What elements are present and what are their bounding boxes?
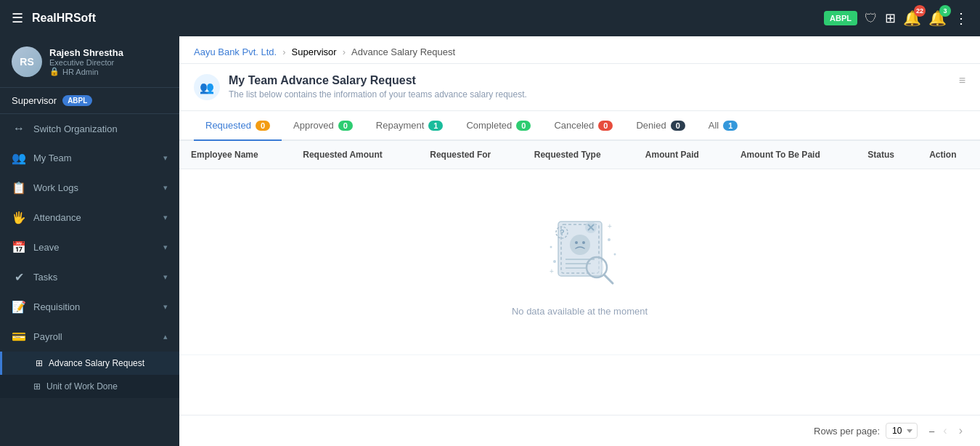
notification-bell[interactable]: 🔔 22 xyxy=(903,9,921,27)
chevron-down-icon: ▾ xyxy=(163,272,168,282)
rows-per-page-select[interactable]: 10 25 50 xyxy=(886,423,918,439)
col-requested-for: Requested For xyxy=(418,141,522,169)
page-icon: 👥 xyxy=(194,74,220,100)
sidebar-item-label: My Team xyxy=(33,153,156,163)
empty-illustration: ? xyxy=(536,207,624,294)
svg-point-18 xyxy=(550,246,552,248)
sidebar: RS Rajesh Shrestha Executive Director 🔒 … xyxy=(0,36,179,446)
header-actions: ABPL 🛡 ⊞ 🔔 22 🔔 3 ⋮ xyxy=(824,9,968,27)
table-footer: Rows per page: 10 25 50 – ‹ › xyxy=(179,415,980,446)
requisition-icon: 📝 xyxy=(12,300,26,314)
sub-nav-label: Advance Salary Request xyxy=(49,358,144,368)
avatar-initials: RS xyxy=(12,46,42,77)
tab-canceled[interactable]: Canceled 0 xyxy=(542,111,624,141)
tab-count-canceled: 0 xyxy=(598,121,613,131)
user-admin-label: 🔒 HR Admin xyxy=(49,67,168,76)
tab-count-approved: 0 xyxy=(338,121,353,131)
svg-line-15 xyxy=(604,275,613,283)
user-role: Executive Director xyxy=(49,58,168,67)
tab-count-repayment: 1 xyxy=(428,121,443,131)
sidebar-item-attendance[interactable]: 🖐 Attendance ▾ xyxy=(0,203,179,232)
svg-point-4 xyxy=(582,241,585,244)
svg-point-16 xyxy=(553,260,556,263)
data-table: Employee Name Requested Amount Requested… xyxy=(179,141,980,355)
page-subtitle: The list below contains the information … xyxy=(229,89,527,100)
grid-icon[interactable]: ⊞ xyxy=(885,10,896,26)
sidebar-item-label: Tasks xyxy=(33,272,156,283)
col-action: Action xyxy=(918,141,980,169)
chevron-down-icon: ▾ xyxy=(163,213,168,222)
breadcrumb-link-org[interactable]: Aayu Bank Pvt. Ltd. xyxy=(194,46,277,57)
breadcrumb-sep: › xyxy=(282,46,285,57)
rows-per-page: Rows per page: 10 25 50 xyxy=(814,423,918,439)
page-header: 👥 My Team Advance Salary Request The lis… xyxy=(179,64,980,111)
filter-icon[interactable]: ≡ xyxy=(959,74,965,87)
col-requested-amount: Requested Amount xyxy=(291,141,418,169)
sidebar-item-requisition[interactable]: 📝 Requisition ▾ xyxy=(0,292,179,322)
tab-approved[interactable]: Approved 0 xyxy=(282,111,364,141)
sidebar-item-my-team[interactable]: 👥 My Team ▾ xyxy=(0,143,179,173)
sidebar-item-work-logs[interactable]: 📋 Work Logs ▾ xyxy=(0,173,179,203)
my-team-icon: 👥 xyxy=(12,151,26,165)
sidebar-item-label: Attendance xyxy=(33,212,156,223)
sidebar-item-label: Switch Organization xyxy=(33,123,168,134)
org-badge: ABPL xyxy=(824,11,857,25)
svg-point-2 xyxy=(570,235,590,255)
shield-icon: 🛡 xyxy=(865,11,878,26)
page-range: – xyxy=(929,426,934,437)
tab-label: Repayment xyxy=(376,120,424,131)
col-amount-paid: Amount Paid xyxy=(634,141,729,169)
sidebar-org-badge: ABPL xyxy=(62,95,92,106)
supervisor-label: Supervisor xyxy=(12,95,57,106)
page-header-left: 👥 My Team Advance Salary Request The lis… xyxy=(194,74,527,100)
rows-per-page-label: Rows per page: xyxy=(814,426,880,437)
next-page-button[interactable]: › xyxy=(956,423,965,439)
col-employee-name: Employee Name xyxy=(179,141,291,169)
leave-icon: 📅 xyxy=(12,240,26,254)
app-title: RealHRSoft xyxy=(32,12,815,25)
col-status: Status xyxy=(856,141,918,169)
sidebar-item-leave[interactable]: 📅 Leave ▾ xyxy=(0,232,179,262)
sidebar-subitem-unit-work[interactable]: ⊞ Unit of Work Done xyxy=(0,375,179,398)
sidebar-item-payroll[interactable]: 💳 Payroll ▴ xyxy=(0,322,179,352)
tasks-icon: ✔ xyxy=(12,270,26,284)
tab-label: Requested xyxy=(205,120,251,131)
pagination: – ‹ › xyxy=(929,423,965,439)
page-header-text: My Team Advance Salary Request The list … xyxy=(229,74,527,100)
svg-point-14 xyxy=(589,260,604,275)
tab-label: Completed xyxy=(466,120,512,131)
sidebar-item-label: Work Logs xyxy=(33,182,156,193)
tab-requested[interactable]: Requested 0 xyxy=(194,111,282,141)
empty-text: No data available at the moment xyxy=(512,306,648,317)
svg-point-19 xyxy=(613,254,616,256)
svg-text:+: + xyxy=(550,267,554,275)
alert-badge[interactable]: 🔔 3 xyxy=(928,9,947,27)
sidebar-item-switch-org[interactable]: ↔ Switch Organization xyxy=(0,114,179,143)
supervisor-bar: Supervisor ABPL xyxy=(0,88,179,114)
chevron-up-icon: ▴ xyxy=(163,332,168,341)
switch-org-icon: ↔ xyxy=(12,122,26,135)
breadcrumb-sep2: › xyxy=(343,46,346,57)
tab-completed[interactable]: Completed 0 xyxy=(454,111,542,141)
chevron-down-icon: ▾ xyxy=(163,302,168,312)
empty-state: ? xyxy=(191,178,968,346)
breadcrumb: Aayu Bank Pvt. Ltd. › Supervisor › Advan… xyxy=(179,36,980,64)
tab-all[interactable]: All 1 xyxy=(697,111,750,141)
work-logs-icon: 📋 xyxy=(12,181,26,195)
sidebar-subitem-advance-salary[interactable]: ⊞ Advance Salary Request xyxy=(0,352,179,375)
tab-repayment[interactable]: Repayment 1 xyxy=(364,111,455,141)
page-title: My Team Advance Salary Request xyxy=(229,74,527,87)
menu-icon[interactable]: ☰ xyxy=(12,10,23,26)
prev-page-button[interactable]: ‹ xyxy=(940,423,950,439)
sidebar-item-tasks[interactable]: ✔ Tasks ▾ xyxy=(0,262,179,292)
alert-count: 3 xyxy=(939,5,951,17)
user-info: Rajesh Shrestha Executive Director 🔒 HR … xyxy=(49,47,168,76)
attendance-icon: 🖐 xyxy=(12,211,26,224)
tab-denied[interactable]: Denied 0 xyxy=(624,111,696,141)
user-name: Rajesh Shrestha xyxy=(49,47,168,58)
top-header: ☰ RealHRSoft ABPL 🛡 ⊞ 🔔 22 🔔 3 ⋮ xyxy=(0,0,980,36)
sidebar-item-label: Requisition xyxy=(33,301,156,312)
more-options-icon[interactable]: ⋮ xyxy=(954,9,968,27)
tab-count-completed: 0 xyxy=(516,121,531,131)
sub-nav-label: Unit of Work Done xyxy=(46,381,118,392)
